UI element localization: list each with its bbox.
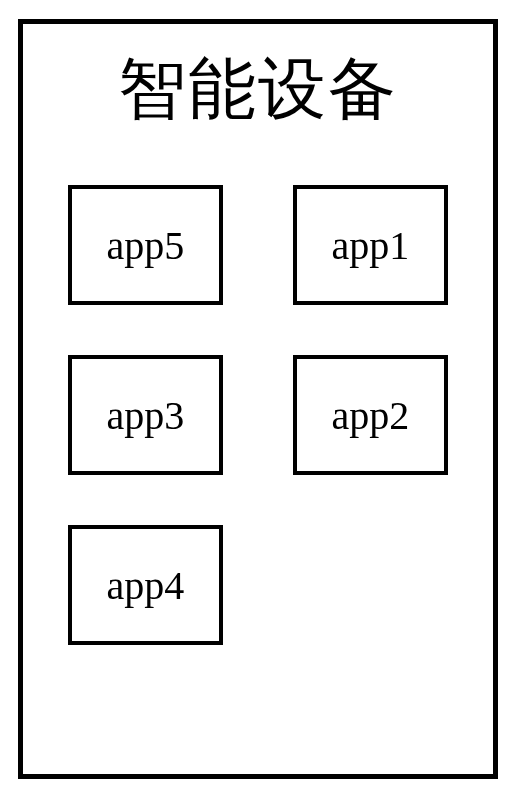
app-grid: app5 app1 app3 app2 app4 (28, 185, 488, 645)
device-title: 智能设备 (118, 44, 398, 135)
app-box-app4[interactable]: app4 (68, 525, 223, 645)
app-label: app2 (332, 392, 410, 439)
app-box-app2[interactable]: app2 (293, 355, 448, 475)
app-box-app3[interactable]: app3 (68, 355, 223, 475)
app-label: app4 (107, 562, 185, 609)
app-box-app5[interactable]: app5 (68, 185, 223, 305)
app-label: app3 (107, 392, 185, 439)
app-label: app1 (332, 222, 410, 269)
app-box-app1[interactable]: app1 (293, 185, 448, 305)
device-frame: 智能设备 app5 app1 app3 app2 app4 (18, 19, 498, 779)
app-label: app5 (107, 222, 185, 269)
empty-slot (293, 525, 448, 645)
